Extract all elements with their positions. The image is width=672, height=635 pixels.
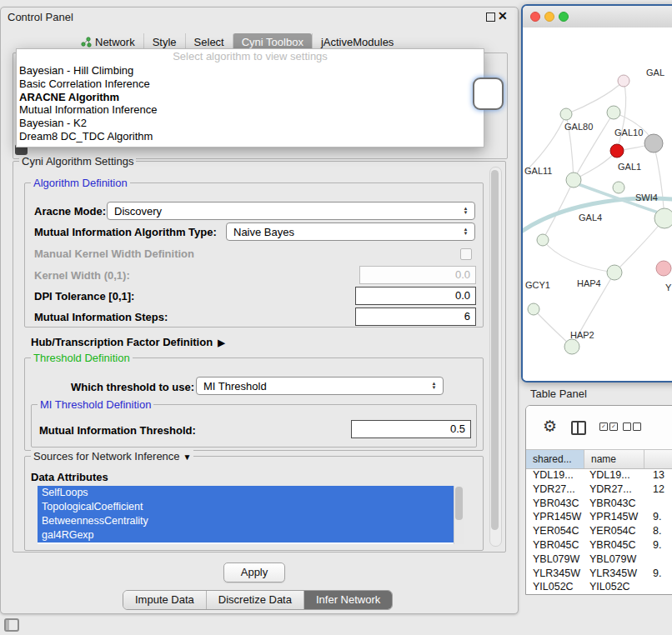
attribute-list-scrollbar[interactable] bbox=[454, 486, 464, 544]
window-title: Control Panel bbox=[8, 11, 73, 23]
dropdown-item[interactable]: Mutual Information Inference bbox=[17, 103, 484, 117]
bottom-tabbar: Impute Data Discretize Data Infer Networ… bbox=[123, 590, 393, 610]
partially-hidden-field[interactable] bbox=[473, 78, 504, 110]
table-row[interactable]: YIL052C YIL052C bbox=[526, 580, 672, 594]
table-row[interactable]: YDL19... YDL19... 13 bbox=[526, 468, 672, 482]
cell: 12 bbox=[644, 482, 672, 497]
network-window-titlebar[interactable] bbox=[523, 6, 672, 28]
node bbox=[537, 234, 549, 246]
table-row[interactable]: YPR145W YPR145W 9. bbox=[526, 510, 672, 524]
mi-steps-field[interactable]: 6 bbox=[355, 308, 476, 326]
which-threshold-value: MI Threshold bbox=[197, 380, 428, 392]
list-item-selected[interactable]: SelfLoops bbox=[38, 486, 454, 500]
network-graph: GAL GAL80 GAL10 GAL11 GAL1 SWI4 GAL4 GCY… bbox=[523, 28, 672, 379]
float-window-icon[interactable] bbox=[486, 12, 495, 22]
mi-type-select[interactable]: Naive Bayes ▲▼ bbox=[226, 222, 475, 241]
cell: YDR27... bbox=[584, 482, 644, 497]
column-header-extra[interactable] bbox=[644, 450, 672, 468]
tab-infer-network[interactable]: Infer Network bbox=[304, 591, 392, 609]
table-row[interactable]: YER054C YER054C 8. bbox=[526, 524, 672, 538]
column-header-shared[interactable]: shared... bbox=[526, 450, 584, 468]
dropdown-item[interactable]: Bayesian - Hill Climbing bbox=[17, 64, 484, 78]
table-row[interactable]: YBR045C YBR045C 9. bbox=[526, 538, 672, 552]
dropdown-item[interactable]: Basic Correlation Inference bbox=[17, 78, 484, 91]
node-label: GAL4 bbox=[579, 212, 602, 222]
list-item-selected[interactable]: gal4RGexp bbox=[38, 528, 454, 542]
settings-scrollbar-thumb[interactable] bbox=[491, 170, 499, 530]
node-label: HAP2 bbox=[570, 330, 594, 340]
table-row[interactable]: YDR27... YDR27... 12 bbox=[526, 482, 672, 497]
attribute-list-scrollbar-thumb[interactable] bbox=[455, 487, 463, 520]
mi-threshold-field[interactable]: 0.5 bbox=[351, 420, 471, 438]
cell: 9. bbox=[644, 510, 672, 524]
dpi-tolerance-field[interactable]: 0.0 bbox=[355, 287, 476, 305]
kernel-width-field[interactable]: 0.0 bbox=[359, 266, 476, 284]
list-item-selected[interactable]: BetweennessCentrality bbox=[38, 514, 454, 528]
cell: YLR345W bbox=[584, 567, 644, 581]
gear-icon[interactable]: ⚙ bbox=[543, 418, 557, 435]
data-attributes-label: Data Attributes bbox=[31, 471, 108, 483]
tab-discretize-data[interactable]: Discretize Data bbox=[207, 591, 304, 609]
table-row[interactable]: YBR043C YBR043C bbox=[526, 497, 672, 511]
table-row[interactable]: YBL079W YBL079W bbox=[526, 552, 672, 567]
cell: YIL052C bbox=[584, 580, 644, 594]
node-label: GAL80 bbox=[564, 122, 593, 132]
kernel-width-label: Kernel Width (0,1): bbox=[34, 269, 130, 282]
close-icon[interactable]: ✕ bbox=[498, 9, 508, 22]
which-threshold-select[interactable]: MI Threshold ▲▼ bbox=[196, 377, 444, 395]
dropdown-item[interactable]: Dream8 DC_TDC Algorithm bbox=[17, 130, 484, 143]
network-canvas[interactable]: GAL GAL80 GAL10 GAL11 GAL1 SWI4 GAL4 GCY… bbox=[523, 28, 672, 381]
attribute-list: SelfLoops TopologicalCoefficient Between… bbox=[38, 486, 464, 544]
mi-type-label: Mutual Information Algorithm Type: bbox=[34, 226, 217, 238]
node-label: Y bbox=[665, 282, 672, 292]
tab-jactivemodules-label: jActiveModules bbox=[321, 36, 394, 48]
settings-scrollbar[interactable] bbox=[489, 167, 502, 547]
network-highlight-edges bbox=[523, 182, 672, 234]
unchecked-box-icon bbox=[633, 422, 641, 431]
table-body: YDL19... YDL19... 13 YDR27... YDR27... 1… bbox=[526, 468, 672, 594]
screen: Control Panel ✕ Network Style Select bbox=[0, 0, 672, 635]
table-toolbar: ⚙ ✓ ✓ bbox=[526, 406, 672, 449]
sources-toggle[interactable]: Sources for Network Inference▼ bbox=[31, 450, 193, 462]
select-all-button[interactable]: ✓ ✓ bbox=[599, 422, 618, 431]
aracne-mode-select[interactable]: Discovery ▲▼ bbox=[107, 202, 475, 220]
close-traffic-light-icon[interactable] bbox=[530, 12, 540, 22]
mi-type-value: Naive Bayes bbox=[227, 226, 459, 238]
table-row[interactable]: YLR345W YLR345W 9. bbox=[526, 567, 672, 581]
cell: YPR145W bbox=[526, 510, 584, 524]
unchecked-box-icon bbox=[623, 422, 631, 431]
node-selected-red bbox=[610, 144, 624, 158]
table-header: shared... name bbox=[526, 449, 672, 469]
cell: 13 bbox=[644, 468, 672, 482]
cell bbox=[644, 580, 672, 594]
column-header-name[interactable]: name bbox=[584, 450, 644, 468]
cell: YLR345W bbox=[526, 567, 584, 581]
list-item-selected[interactable]: TopologicalCoefficient bbox=[38, 500, 454, 514]
apply-button[interactable]: Apply bbox=[223, 562, 285, 582]
node-label: GCY1 bbox=[525, 280, 550, 290]
which-threshold-label: Which threshold to use: bbox=[71, 381, 194, 393]
collapsed-panel-icon[interactable] bbox=[4, 618, 19, 632]
cell bbox=[644, 497, 672, 511]
dropdown-placeholder: Select algorithm to view settings bbox=[17, 49, 484, 64]
chevron-up-down-icon: ▲▼ bbox=[459, 207, 474, 215]
cell: 9. bbox=[644, 538, 672, 552]
algorithm-dropdown-popup: Select algorithm to view settings Bayesi… bbox=[16, 48, 484, 148]
columns-icon[interactable] bbox=[571, 421, 586, 435]
cell: YBR045C bbox=[526, 538, 584, 552]
minimize-traffic-light-icon[interactable] bbox=[544, 12, 554, 22]
cell: 9. bbox=[644, 567, 672, 581]
chevron-up-down-icon: ▲▼ bbox=[459, 228, 474, 236]
deselect-all-button[interactable] bbox=[623, 422, 641, 431]
cell bbox=[644, 552, 672, 567]
zoom-traffic-light-icon[interactable] bbox=[559, 12, 569, 22]
dropdown-item[interactable]: Bayesian - K2 bbox=[17, 117, 484, 130]
tab-impute-data[interactable]: Impute Data bbox=[123, 591, 207, 609]
cell: YER054C bbox=[526, 524, 584, 538]
mi-threshold-label: Mutual Information Threshold: bbox=[39, 424, 196, 437]
node bbox=[618, 75, 629, 87]
hub-section-toggle[interactable]: Hub/Transcription Factor Definition▶ bbox=[31, 336, 225, 348]
manual-kernel-checkbox[interactable] bbox=[460, 248, 472, 260]
dropdown-item-selected[interactable]: ARACNE Algorithm bbox=[17, 91, 484, 104]
cell: 8. bbox=[644, 524, 672, 538]
